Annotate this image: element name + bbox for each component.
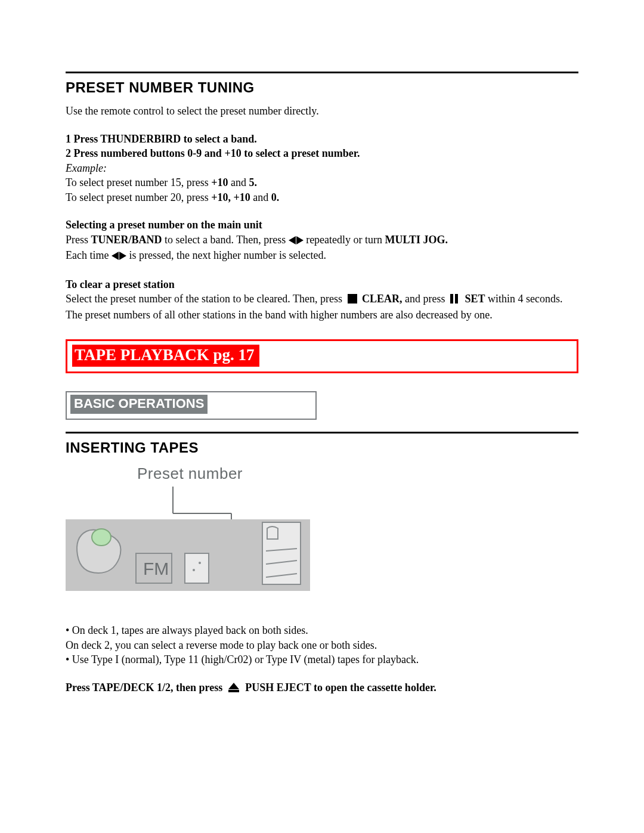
svg-point-4 [92,529,111,546]
deck1-note: • On deck 1, tapes are always played bac… [66,624,578,637]
example-label: Example: [66,162,578,175]
tape-playback-title-box: TAPE PLAYBACK pg. 17 [66,339,578,373]
ex2-c: and [250,191,271,203]
fm-label: FM [143,559,169,578]
stereo-display-illustration: FM [66,487,310,594]
clear-line-1: Select the preset number of the station … [66,292,578,307]
basic-operations-title: BASIC OPERATIONS [70,395,208,414]
mu2-b: is pressed, the next higher number is se… [129,249,326,261]
ex1-d: 5. [249,176,257,188]
main-unit-line-1: Press TUNER/BAND to select a band. Then,… [66,233,578,248]
main-unit-line-2: Each time is pressed, the next higher nu… [66,249,578,264]
illustration-label: Preset number [66,465,310,483]
tape-playback-title: TAPE PLAYBACK pg. 17 [72,345,259,367]
clr-a: Select the preset number of the station … [66,293,345,305]
basic-operations-box: BASIC OPERATIONS [66,391,317,420]
mu-e: MULTI JOG. [385,234,448,246]
press-a: Press TAPE/DECK 1/2, then press [66,682,225,693]
svg-rect-6 [185,553,209,583]
mu2-a: Each time [66,249,112,261]
mu-d: repeatedly or turn [306,234,385,246]
clr-c: and press [402,293,448,305]
example-line-1: To select preset number 15, press +10 an… [66,176,578,190]
clr-e: within 4 seconds. [485,293,563,305]
preset-number-illustration: Preset number FM [66,465,310,594]
preset-step-2: 2 Press numbered buttons 0-9 and +10 to … [66,147,578,160]
prev-next-icon [112,250,126,264]
ex1-c: and [228,176,249,188]
clr-d: SET [465,293,485,305]
inserting-tapes-heading: INSERTING TAPES [66,439,578,456]
horizontal-rule [66,432,578,433]
preset-number-tuning-heading: PRESET NUMBER TUNING [66,79,578,96]
ex2-a: To select preset number 20, press [66,191,211,203]
eject-icon [227,683,242,692]
deck2-note: On deck 2, you can select a reverse mode… [66,639,578,652]
stop-icon [348,294,357,304]
main-unit-heading: Selecting a preset number on the main un… [66,218,578,232]
prev-next-icon [289,234,304,248]
ex2-d: 0. [271,191,280,203]
svg-point-7 [193,569,195,571]
ex1-b: +10 [211,176,228,188]
ex2-b: +10, +10 [211,191,250,203]
clear-heading: To clear a preset station [66,278,578,292]
pause-icon [450,293,460,307]
svg-point-8 [199,562,201,564]
example-line-2: To select preset number 20, press +10, +… [66,191,578,205]
push-eject-line: Press TAPE/DECK 1/2, then press PUSH EJE… [66,681,578,695]
mu-a: Press [66,234,91,246]
mu-b: TUNER/BAND [91,234,162,246]
preset-step-1: 1 Press THUNDERBIRD to select a band. [66,132,578,146]
preset-intro: Use the remote control to select the pre… [66,104,578,118]
clr-b: CLEAR, [362,293,402,305]
press-b: PUSH EJECT to open the cassette holder. [245,682,436,693]
mu-c: to select a band. Then, press [162,234,289,246]
horizontal-rule [66,72,578,73]
ex1-a: To select preset number 15, press [66,176,211,188]
clear-line-2: The preset numbers of all other stations… [66,308,578,322]
tape-types-note: • Use Type I (normal), Type 11 (high/Cr0… [66,653,578,667]
